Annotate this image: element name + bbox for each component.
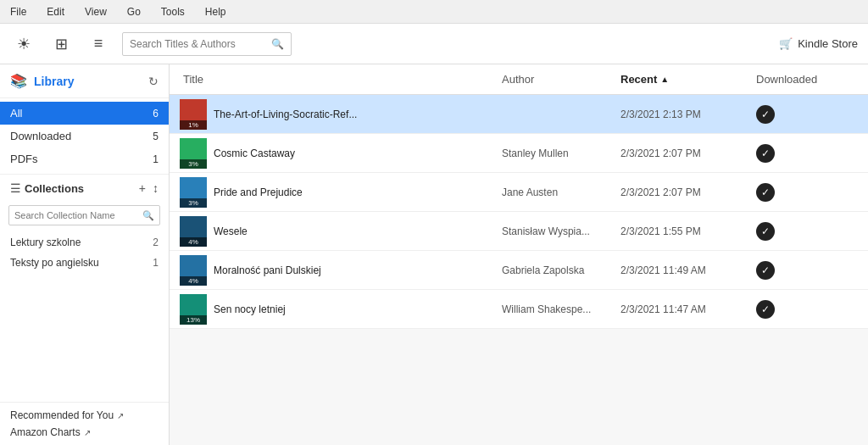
book-title-4: Moralność pani Dulskiej <box>214 264 321 276</box>
menu-tools[interactable]: Tools <box>158 4 188 19</box>
collections-label: Collections <box>25 182 84 195</box>
book-title-0: The-Art-of-Living-Socratic-Ref... <box>214 108 357 120</box>
search-icon: 🔍 <box>271 38 284 50</box>
sort-icon: ▲ <box>660 75 669 84</box>
author-cell-2: Jane Austen <box>502 186 620 198</box>
menu-bar: File Edit View Go Tools Help <box>0 0 868 24</box>
check-icon-5: ✓ <box>756 300 775 319</box>
toolbar: ☀ ⊞ ≡ 🔍 🛒 Kindle Store <box>0 24 868 64</box>
progress-badge-3: 4% <box>180 237 207 247</box>
sidebar-header: 📚 Library ↻ <box>0 64 169 98</box>
all-count: 6 <box>153 108 159 120</box>
search-input[interactable] <box>130 38 268 50</box>
table-row[interactable]: 3% Pride and Prejudice Jane Austen 2/3/2… <box>170 173 868 212</box>
collection-count-lektury: 2 <box>153 236 159 248</box>
menu-edit[interactable]: Edit <box>43 4 68 19</box>
refresh-icon[interactable]: ↻ <box>148 75 159 88</box>
recent-cell-3: 2/3/2021 1:55 PM <box>620 225 756 237</box>
book-cover-5: 13% <box>180 294 207 325</box>
check-icon-0: ✓ <box>756 105 775 124</box>
col-author-header: Author <box>502 73 620 86</box>
col-title-header: Title <box>180 73 502 86</box>
collection-item-teksty[interactable]: Teksty po angielsku 1 <box>0 253 169 273</box>
title-cell-0: 1% The-Art-of-Living-Socratic-Ref... <box>180 99 502 130</box>
title-cell-3: 4% Wesele <box>180 216 502 247</box>
book-title-1: Cosmic Castaway <box>214 147 295 159</box>
library-label: Library <box>34 75 74 88</box>
table-row[interactable]: 3% Cosmic Castaway Stanley Mullen 2/3/20… <box>170 134 868 173</box>
book-cover-1: 3% <box>180 138 207 169</box>
check-icon-3: ✓ <box>756 222 775 241</box>
title-cell-5: 13% Sen nocy letniej <box>180 294 502 325</box>
col-downloaded-header: Downloaded <box>756 73 841 86</box>
pdfs-label: PDFs <box>10 153 38 165</box>
kindle-store-label: Kindle Store <box>798 37 858 50</box>
book-cover-4: 4% <box>180 255 207 286</box>
sidebar-footer: Recommended for You ↗ Amazon Charts ↗ <box>0 402 169 445</box>
amazon-charts-link[interactable]: Amazon Charts ↗ <box>10 426 159 438</box>
progress-badge-5: 13% <box>180 315 207 325</box>
sidebar-item-downloaded[interactable]: Downloaded 5 <box>0 125 169 147</box>
table-row[interactable]: 13% Sen nocy letniej William Shakespe...… <box>170 290 868 329</box>
collections-actions: + ↕ <box>139 181 159 195</box>
author-cell-3: Stanisław Wyspia... <box>502 225 620 237</box>
collection-search-input[interactable] <box>14 210 142 220</box>
downloaded-label: Downloaded <box>10 130 71 142</box>
menu-file[interactable]: File <box>7 4 30 19</box>
title-cell-2: 3% Pride and Prejudice <box>180 177 502 208</box>
book-title-2: Pride and Prejudice <box>214 186 303 198</box>
grid-icon[interactable]: ⊞ <box>47 31 75 58</box>
amazon-charts-label: Amazon Charts <box>10 426 81 438</box>
downloaded-cell-4: ✓ <box>756 261 841 280</box>
recent-cell-4: 2/3/2021 11:49 AM <box>620 264 756 276</box>
collections-list: Lektury szkolne 2 Teksty po angielsku 1 <box>0 229 169 276</box>
book-cover-0: 1% <box>180 99 207 130</box>
sort-collections-icon[interactable]: ↕ <box>153 181 159 195</box>
author-cell-5: William Shakespe... <box>502 303 620 315</box>
downloaded-cell-2: ✓ <box>756 183 841 202</box>
book-title-3: Wesele <box>214 225 248 237</box>
collections-list-icon: ☰ <box>10 181 21 195</box>
recommended-ext-icon: ↗ <box>117 411 124 420</box>
sidebar-item-pdfs[interactable]: PDFs 1 <box>0 147 169 170</box>
check-icon-1: ✓ <box>756 144 775 163</box>
progress-badge-0: 1% <box>180 120 207 130</box>
downloaded-cell-5: ✓ <box>756 300 841 319</box>
sidebar-item-all[interactable]: All 6 <box>0 102 169 125</box>
table-row[interactable]: 1% The-Art-of-Living-Socratic-Ref... 2/3… <box>170 95 868 134</box>
recent-cell-1: 2/3/2021 2:07 PM <box>620 147 756 159</box>
collections-header: ☰ Collections + ↕ <box>0 174 169 202</box>
search-bar: 🔍 <box>122 32 292 56</box>
author-cell-1: Stanley Mullen <box>502 147 620 159</box>
amazon-charts-ext-icon: ↗ <box>84 428 91 437</box>
book-cover-3: 4% <box>180 216 207 247</box>
menu-icon[interactable]: ≡ <box>85 31 112 58</box>
brightness-icon[interactable]: ☀ <box>10 31 37 58</box>
table-row[interactable]: 4% Moralność pani Dulskiej Gabriela Zapo… <box>170 251 868 290</box>
recent-cell-0: 2/3/2021 2:13 PM <box>620 108 756 120</box>
progress-badge-2: 3% <box>180 198 207 208</box>
collection-item-lektury[interactable]: Lektury szkolne 2 <box>0 232 169 253</box>
add-collection-icon[interactable]: + <box>139 181 146 195</box>
recommended-link[interactable]: Recommended for You ↗ <box>10 409 159 421</box>
recent-label: Recent <box>620 73 657 86</box>
col-recent-header[interactable]: Recent ▲ <box>620 73 756 86</box>
menu-help[interactable]: Help <box>202 4 230 19</box>
main-layout: 📚 Library ↻ All 6 Downloaded 5 PDFs 1 ☰ … <box>0 64 868 445</box>
kindle-store-button[interactable]: 🛒 Kindle Store <box>779 37 858 50</box>
check-icon-4: ✓ <box>756 261 775 280</box>
recommended-label: Recommended for You <box>10 409 114 421</box>
menu-view[interactable]: View <box>81 4 110 19</box>
all-label: All <box>10 107 22 120</box>
pdfs-count: 1 <box>153 153 159 165</box>
menu-go[interactable]: Go <box>124 4 144 19</box>
downloaded-count: 5 <box>153 131 159 142</box>
progress-badge-4: 4% <box>180 276 207 286</box>
table-row[interactable]: 4% Wesele Stanisław Wyspia... 2/3/2021 1… <box>170 212 868 251</box>
collection-name-teksty: Teksty po angielsku <box>10 257 99 269</box>
recent-cell-5: 2/3/2021 11:47 AM <box>620 303 756 315</box>
content-area: Title Author Recent ▲ Downloaded 1% The-… <box>170 64 868 445</box>
collection-search-icon: 🔍 <box>142 210 154 221</box>
sidebar: 📚 Library ↻ All 6 Downloaded 5 PDFs 1 ☰ … <box>0 64 170 445</box>
book-title-5: Sen nocy letniej <box>214 303 286 315</box>
